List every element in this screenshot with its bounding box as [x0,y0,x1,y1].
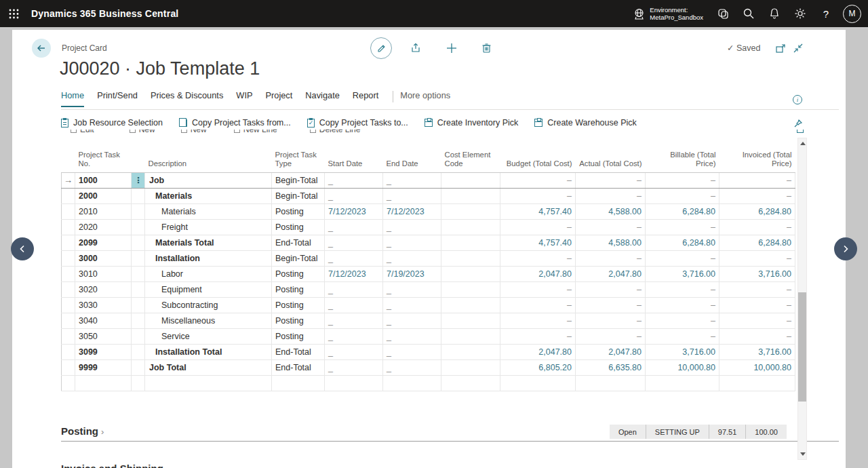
tab-report[interactable]: Report [353,90,378,106]
cell-task-no[interactable]: 3040 [75,313,132,329]
cell-task-type[interactable]: Posting [272,298,325,313]
cell-task-type[interactable]: Begin-Total [272,251,325,267]
cell-row-marker[interactable] [62,235,75,251]
cell-billable[interactable]: – [646,282,719,298]
tab-project[interactable]: Project [265,90,292,106]
cell-invoiced[interactable]: 3,716.00 [719,345,795,360]
column-header-budget-total-cost[interactable]: Budget (Total Cost) [500,151,576,173]
cell-invoiced[interactable] [719,376,795,391]
cell-billable[interactable]: – [646,173,719,189]
action-copy-project-tasks-to[interactable]: Copy Project Tasks to... [307,118,408,128]
cell-actual[interactable]: – [576,313,646,329]
cell-billable[interactable]: 3,716.00 [646,345,719,360]
cell-task-no[interactable]: 1000 [75,173,132,189]
tab-print-send[interactable]: Print/Send [97,90,138,106]
cell-end-date[interactable]: _ [383,173,441,189]
cell-row-menu[interactable] [132,282,145,298]
cell-description[interactable]: Freight [145,220,272,235]
environment-indicator[interactable]: Environment: MetaPro_Sandbox [633,6,703,21]
tab-navigate[interactable]: Navigate [305,90,340,106]
cell-row-marker[interactable] [62,313,75,329]
cell-start-date[interactable]: _ [325,298,383,313]
column-header-cost-element-code[interactable]: Cost Element Code [441,151,500,173]
table-row[interactable]: 2010MaterialsPosting7/12/20237/12/20234,… [62,204,795,220]
cell-end-date[interactable]: _ [383,360,441,376]
table-row[interactable]: 3010LaborPosting7/12/20237/19/20232,047.… [62,267,795,282]
tab-prices-discounts[interactable]: Prices & Discounts [151,90,223,106]
cell-description[interactable]: Job [145,173,272,189]
cell-description[interactable]: Installation Total [145,345,272,360]
cell-start-date[interactable]: _ [325,345,383,360]
cell-invoiced[interactable]: – [719,173,795,189]
cell-budget[interactable]: 2,047.80 [500,267,576,282]
cell-budget[interactable]: 4,757.40 [500,235,576,251]
cell-cost-element[interactable] [441,204,500,220]
cell-description[interactable]: Materials [145,204,272,220]
pin-icon[interactable] [793,119,803,128]
cell-cost-element[interactable] [441,173,500,189]
table-row[interactable] [62,376,795,391]
cell-actual[interactable]: – [576,329,646,345]
grid-toolbar-edit[interactable]: Edit [71,130,94,134]
help-button[interactable]: ? [813,0,839,27]
tab-wip[interactable]: WIP [236,90,252,106]
cell-actual[interactable]: – [576,220,646,235]
cell-billable[interactable]: 10,000.80 [646,360,719,376]
cell-end-date[interactable] [383,376,441,391]
share-button[interactable] [410,42,422,57]
cell-cost-element[interactable] [441,220,500,235]
cell-budget[interactable]: 6,805.20 [500,360,576,376]
cell-task-type[interactable]: Begin-Total [272,189,325,204]
cell-start-date[interactable]: 7/12/2023 [325,204,383,220]
cell-invoiced[interactable]: 6,284.80 [719,204,795,220]
add-button[interactable] [446,42,458,57]
grid-toolbar-new[interactable]: New [181,130,207,134]
cell-end-date[interactable]: _ [383,251,441,267]
cell-invoiced[interactable]: – [719,313,795,329]
cell-row-marker[interactable] [62,220,75,235]
cell-actual[interactable]: 6,635.80 [576,360,646,376]
cell-row-menu[interactable]: ⋮ [132,173,145,189]
cell-budget[interactable]: – [500,313,576,329]
cell-start-date[interactable]: _ [325,360,383,376]
table-row[interactable]: 3050ServicePosting__–––– [62,329,795,345]
table-row[interactable]: 3030SubcontractingPosting__–––– [62,298,795,313]
action-job-resource-selection[interactable]: Job Resource Selection [61,118,163,128]
cell-actual[interactable]: – [576,189,646,204]
cell-cost-element[interactable] [441,313,500,329]
cell-budget[interactable]: 2,047.80 [500,345,576,360]
cell-task-type[interactable]: End-Total [272,235,325,251]
copilot-button[interactable] [710,0,736,27]
vertical-scrollbar[interactable] [797,138,807,460]
cell-row-menu[interactable] [132,313,145,329]
cell-description[interactable]: Materials Total [145,235,272,251]
cell-task-type[interactable] [272,376,325,391]
cell-billable[interactable]: – [646,220,719,235]
cell-row-menu[interactable] [132,360,145,376]
scroll-up-arrow-icon[interactable] [800,142,806,145]
cell-end-date[interactable]: 7/12/2023 [383,204,441,220]
collapse-button[interactable] [793,43,804,56]
cell-actual[interactable]: 2,047.80 [576,345,646,360]
cell-task-no[interactable]: 3020 [75,282,132,298]
table-row[interactable]: 2000MaterialsBegin-Total__–––– [62,189,795,204]
column-header-end-date[interactable]: End Date [383,151,441,173]
cell-task-type[interactable]: Begin-Total [272,173,325,189]
cell-end-date[interactable]: _ [383,298,441,313]
cell-cost-element[interactable] [441,282,500,298]
more-options-button[interactable]: More options [400,90,450,100]
column-header-project-task-type[interactable]: Project Task Type [272,151,325,173]
cell-task-no[interactable]: 2099 [75,235,132,251]
cell-row-menu[interactable] [132,251,145,267]
cell-cost-element[interactable] [441,235,500,251]
cell-row-menu[interactable] [132,298,145,313]
cell-invoiced[interactable]: – [719,298,795,313]
cell-row-marker[interactable] [62,189,75,204]
cell-row-marker[interactable] [62,376,75,391]
cell-budget[interactable]: – [500,282,576,298]
cell-billable[interactable]: – [646,298,719,313]
cell-billable[interactable]: – [646,313,719,329]
cell-budget[interactable]: – [500,220,576,235]
grid-toolbar-new-line[interactable]: New Line [234,130,277,134]
cell-end-date[interactable]: _ [383,235,441,251]
